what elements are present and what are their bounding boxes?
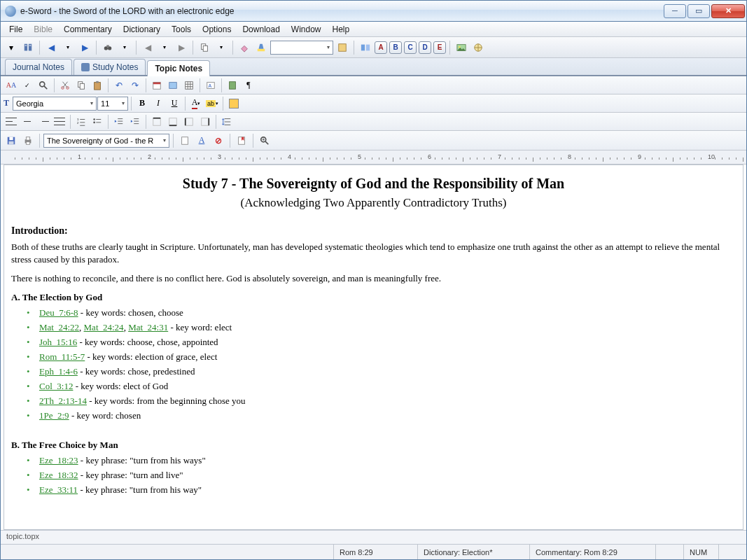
copy-icon[interactable] [74, 78, 89, 93]
scripture-ref[interactable]: Mat_24:24 [84, 322, 124, 332]
rename-topic-icon[interactable]: A [194, 133, 209, 148]
find-next-icon[interactable]: ▶ [174, 40, 189, 55]
align-center-button[interactable] [20, 114, 35, 130]
copy-dropdown-icon[interactable]: ▾ [214, 40, 229, 55]
cut-icon[interactable] [57, 78, 73, 93]
scripture-ref[interactable]: Mat_24:22 [39, 322, 79, 332]
swatch-icon[interactable] [335, 40, 350, 55]
link-icon[interactable]: A [203, 78, 218, 93]
numbered-list-button[interactable]: 12 [74, 114, 89, 130]
menu-dictionary[interactable]: Dictionary [118, 23, 166, 36]
scripture-ref[interactable]: Eph_1:4-6 [39, 366, 78, 377]
redo-icon[interactable]: ↷ [127, 78, 143, 93]
spellcheck-icon[interactable]: ✓ [20, 78, 35, 93]
outdent-button[interactable] [111, 114, 127, 130]
list-item: Eze_33:11 - key phrase: "turn from his w… [39, 484, 736, 496]
book-icon[interactable] [20, 40, 36, 55]
menu-file[interactable]: File [4, 23, 28, 36]
dropdown-icon[interactable]: ▾ [4, 40, 19, 55]
scripture-ref[interactable]: Joh_15:16 [39, 337, 77, 347]
format-d-button[interactable]: D [419, 41, 431, 54]
date-icon[interactable] [149, 78, 165, 93]
format-b-button[interactable]: B [389, 41, 402, 54]
menu-options[interactable]: Options [197, 23, 237, 36]
new-topic-icon[interactable] [177, 133, 193, 148]
print-icon[interactable] [20, 133, 36, 148]
scripture-ref[interactable]: Deu_7:6-8 [39, 307, 78, 318]
compare-icon[interactable] [358, 40, 373, 55]
image-icon[interactable] [165, 78, 181, 93]
table-icon[interactable] [181, 78, 197, 93]
document-content[interactable]: Study 7 - The Sovereignty of God and the… [4, 164, 743, 530]
nav-dropdown-icon[interactable]: ▾ [60, 40, 76, 55]
find-dropdown-icon[interactable]: ▾ [157, 40, 172, 55]
border-bottom-button[interactable] [165, 114, 181, 130]
scripture-ref[interactable]: Mat_24:31 [128, 322, 168, 332]
italic-button[interactable]: I [151, 96, 166, 111]
find-prev-icon[interactable]: ◀ [140, 40, 155, 55]
paragraph-icon[interactable]: ¶ [241, 78, 256, 93]
bookmark-icon[interactable] [234, 133, 249, 148]
format-e-button[interactable]: E [433, 41, 446, 54]
close-button[interactable]: ✕ [711, 4, 745, 18]
scripture-ref[interactable]: Eze_18:32 [39, 470, 78, 480]
topic-combo[interactable]: The Sovereignty of God - the R▾ [43, 134, 169, 148]
eraser-icon[interactable] [237, 40, 252, 55]
menu-bible[interactable]: Bible [28, 23, 58, 36]
font-settings-icon[interactable]: AA [4, 78, 19, 93]
border-right-button[interactable] [197, 114, 213, 130]
highlight-icon[interactable] [253, 40, 269, 55]
scripture-ref[interactable]: Eze_18:23 [39, 455, 78, 465]
scripture-ref[interactable]: 1Pe_2:9 [39, 410, 69, 421]
font-name-combo[interactable]: Georgia▾ [13, 97, 97, 111]
highlight-color-combo[interactable]: ▾ [270, 41, 333, 55]
menu-window[interactable]: Window [286, 23, 327, 36]
globe-icon[interactable] [470, 40, 486, 55]
menu-help[interactable]: Help [327, 23, 356, 36]
border-left-button[interactable] [181, 114, 197, 130]
nav-back-icon[interactable]: ◀ [43, 40, 59, 55]
format-a-button[interactable]: A [375, 41, 387, 54]
bold-button[interactable]: B [134, 96, 150, 111]
highlight-color-button[interactable]: ab▾ [204, 96, 220, 111]
border-top-button[interactable] [149, 114, 165, 130]
format-c-button[interactable]: C [404, 41, 417, 54]
copy-icon[interactable] [197, 40, 212, 55]
fill-color-button[interactable] [226, 96, 242, 111]
tab-journal-notes[interactable]: Journal Notes [5, 59, 72, 75]
list-item: Col_3:12 - key words: elect of God [39, 381, 736, 392]
underline-button[interactable]: U [167, 96, 182, 111]
align-right-button[interactable] [36, 114, 51, 130]
scripture-ref[interactable]: 2Th_2:13-14 [39, 396, 87, 406]
paste-icon[interactable] [90, 78, 105, 93]
book-insert-icon[interactable] [225, 78, 240, 93]
edit-toolbar-3: 12 [1, 113, 746, 131]
scripture-ref[interactable]: Col_3:12 [39, 381, 73, 391]
save-icon[interactable] [4, 133, 19, 148]
font-color-button[interactable]: A▾ [188, 96, 204, 111]
minimize-button[interactable]: ─ [664, 4, 686, 18]
tab-topic-notes[interactable]: Topic Notes [147, 60, 210, 76]
menu-commentary[interactable]: Commentary [58, 23, 118, 36]
menu-download[interactable]: Download [237, 23, 285, 36]
undo-icon[interactable]: ↶ [111, 78, 127, 93]
align-left-button[interactable] [4, 114, 19, 130]
align-justify-button[interactable] [52, 114, 67, 130]
scripture-ref[interactable]: Rom_11:5-7 [39, 351, 85, 362]
delete-topic-icon[interactable]: ⊘ [211, 133, 226, 148]
scripture-ref[interactable]: Eze_33:11 [39, 484, 78, 495]
bullet-list-button[interactable] [90, 114, 105, 130]
menu-tools[interactable]: Tools [166, 23, 197, 36]
binoculars-icon[interactable] [100, 40, 116, 55]
zoom-icon[interactable] [257, 133, 272, 148]
search-icon[interactable] [36, 78, 51, 93]
maximize-button[interactable]: ▭ [687, 4, 710, 18]
line-spacing-button[interactable] [219, 114, 235, 130]
picture-icon[interactable] [454, 40, 469, 55]
nav-forward-icon[interactable]: ▶ [77, 40, 92, 55]
tab-study-notes[interactable]: Study Notes [74, 59, 146, 75]
font-size-combo[interactable]: 11▾ [97, 97, 128, 111]
indent-button[interactable] [127, 114, 143, 130]
file-tab[interactable]: topic.topx [1, 530, 746, 544]
binoculars-dropdown-icon[interactable]: ▾ [117, 40, 132, 55]
